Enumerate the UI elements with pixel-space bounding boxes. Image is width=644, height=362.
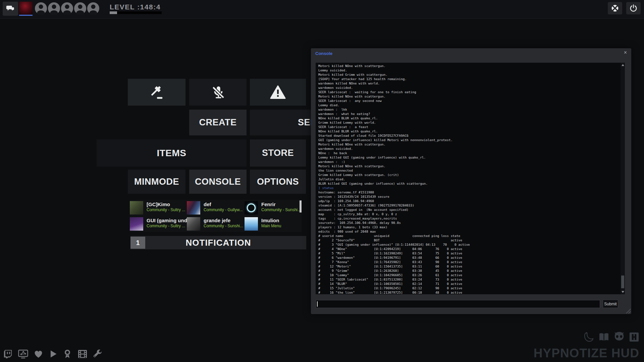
friend-name: GUI (gaming und... [147,218,187,224]
friend-avatar [187,217,200,231]
friends-list: [GC]KimoCommunity - Sultry ...defCommuni… [130,200,302,232]
text-caret [317,301,318,307]
console-log-line: # 6 "wardemon" [U:1:94196791] 03:48 66 0… [318,255,625,260]
friend-row[interactable]: [GC]KimoCommunity - Sultry ... [130,200,187,216]
console-log-line: SEER labricecat : waiting for one to fin… [318,90,625,94]
friend-avatar [187,201,200,215]
play-button[interactable] [48,349,58,359]
friend-name: Imulion [261,218,281,224]
chat-button[interactable] [3,2,18,16]
huds-link[interactable] [629,332,639,344]
submit-button[interactable]: Submit [603,300,618,308]
scroll-down-icon[interactable] [622,291,624,293]
report-player-button[interactable] [128,79,185,106]
empty-friend-slot[interactable] [48,2,60,16]
console-log-line: Motori killed NOne with scattergun. [318,64,625,68]
friend-row[interactable]: defCommunity - Gullyw... [187,200,245,216]
empty-friend-slot[interactable] [74,2,87,16]
scroll-up-icon[interactable] [622,64,624,66]
friend-status: Main Menu [261,224,281,229]
console-log-line: NOne : he back [318,151,625,155]
friend-avatar [130,217,143,231]
user-avatar-underline [19,15,33,16]
console-log-line: version : 10135439/24 10135439 secure [318,194,625,199]
console-window-title: Console [315,51,332,56]
achievements-button[interactable] [62,349,72,359]
favorites-button[interactable] [33,349,44,359]
console-button[interactable]: CONSOLE [189,170,247,194]
options-button[interactable]: OPTIONS [250,170,306,194]
console-log-line: # 14 "BLUR" [U:1:100358501] 02:14 71 0 a… [318,282,625,286]
resize-grip[interactable] [625,308,631,313]
stream-button[interactable] [18,349,29,359]
console-log-line: # userid name uniqueid connected ping lo… [318,234,625,238]
stream-tv-icon [18,349,29,359]
docs-link[interactable] [598,331,609,344]
friend-avatar [130,201,143,215]
create-server-button[interactable]: CREATE [189,110,247,135]
pinwheel-casual-icon [611,4,619,12]
console-log-line: SEER labricecat : a feast [318,125,625,129]
empty-friend-slot[interactable] [35,2,47,16]
scrollbar-thumb[interactable] [621,276,624,288]
console-log-line: # 7 "Konna" [U:1:76435982] 03:43 90 0 ac… [318,260,625,264]
friend-status: Community - Sunshi... [204,224,243,229]
console-log-line: udp/ip : 169.254.106.94:4960 [318,199,625,203]
items-button[interactable]: ITEMS [97,139,247,167]
empty-friend-slot[interactable] [87,2,100,16]
console-log-line: wardemon suicided. [318,85,625,90]
gamebanana-link[interactable] [583,331,594,344]
minmode-label: MINMODE [134,177,179,187]
mute-players-button[interactable] [189,79,247,106]
quit-button[interactable] [626,2,641,14]
social-bar [3,349,103,359]
friend-name: def [204,201,243,207]
replays-button[interactable] [77,349,88,359]
console-log-line: # 11 "SEER labricecat" [U:1:837513280] 0… [318,277,625,282]
notification-bar[interactable]: NOTIFICATION 1 [130,236,306,249]
tools-button[interactable] [93,349,103,359]
console-log-line: Grimm killed Lemmy with world. [318,120,625,125]
casual-mode-button[interactable] [608,2,622,14]
friend-name: Fenrir [261,201,301,207]
console-log-line: Started download of cloud file 19CDFD527… [318,133,625,138]
console-command-input[interactable] [316,300,600,308]
friends-scrollbar[interactable] [300,200,302,213]
top-bar: LEVEL :148:4 [0,0,644,19]
console-log-line: Lemmy suicided. [318,68,625,72]
alerts-button[interactable] [250,79,306,106]
console-log-line: edicts : 980 used of 2048 max [318,229,625,234]
console-log-line: BLUR killed GUI (gaming under influence)… [318,181,625,186]
console-scrollbar[interactable] [621,63,625,294]
console-label: CONSOLE [195,177,241,187]
twitch-button[interactable] [3,349,13,359]
store-button[interactable]: STORE [250,139,306,167]
console-log-line: wardemon : lkk [318,107,625,112]
console-log-line: # 2 "SourceTV" BOT active [318,238,625,242]
close-icon[interactable]: × [624,50,627,55]
notification-count-badge: 1 [130,237,145,249]
friend-status: Community - Sultry ... [147,224,187,229]
friend-row[interactable]: ImulionMain Menu [245,216,302,232]
level-progress-bar [110,11,162,14]
console-log-line: SEER labricecat : any second now [318,99,625,103]
items-label: ITEMS [157,148,186,159]
console-log-line: map : cp_sultry_b8a at: 0 x, 0 y, 0 z [318,212,625,216]
create-label: CREATE [199,117,236,128]
friend-row[interactable]: GUI (gaming und...Community - Sultry ... [130,216,187,232]
user-avatar[interactable] [19,2,33,14]
friend-row[interactable]: grande jefeCommunity - Sunshi... [187,216,245,232]
empty-friend-slot[interactable] [61,2,73,16]
github-link[interactable] [613,331,625,344]
book-icon [598,331,609,343]
console-log-line: # 5 "Mil" [U:1:162398249] 03:54 75 0 act… [318,251,625,255]
console-log-line: Motori killed NOne with scattergun. [318,142,625,146]
friend-row[interactable]: FenrirCommunity - Sunshi... [245,200,302,216]
console-log-line: wardemon suicided. [318,146,625,151]
friend-name: grande jefe [204,218,243,224]
console-log-line: hostname: serveme.tf #1511980 [318,190,625,194]
minmode-button[interactable]: MINMODE [128,170,185,194]
console-window: Console × Motori killed NOne with scatte… [311,48,631,314]
console-log: Motori killed NOne with scattergun.Lemmy… [316,63,625,294]
console-log-line: Motori killed NOne with scattergun. [318,94,625,99]
